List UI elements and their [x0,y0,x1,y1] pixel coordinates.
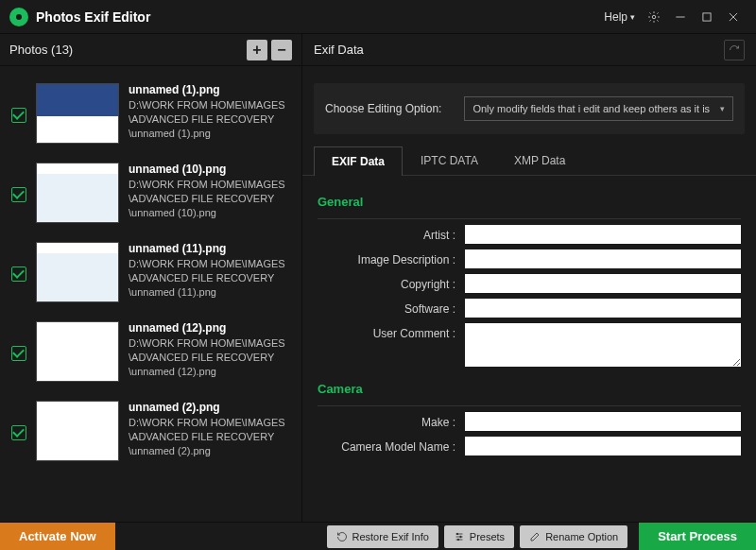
photo-thumbnail[interactable] [36,163,119,223]
plus-icon: + [252,42,261,59]
list-item[interactable]: unnamed (1).pngD:\WORK FROM HOME\IMAGES\… [8,77,294,157]
svg-point-0 [652,15,656,19]
field-label: Camera Model Name : [318,437,465,454]
close-button[interactable] [720,4,747,30]
form-row: Image Description : [318,249,741,268]
camera-field-0[interactable] [465,412,741,431]
field-label: Artist : [318,225,465,242]
photo-info: unnamed (2).pngD:\WORK FROM HOME\IMAGES\… [129,401,290,458]
field-label: Make : [318,412,465,429]
exif-header: Exif Data [302,34,756,66]
rename-option-label: Rename Option [545,531,618,542]
refresh-button[interactable] [724,40,745,60]
tab-iptc-data[interactable]: IPTC DATA [403,146,496,175]
minimize-button[interactable] [667,4,694,30]
photo-path: D:\WORK FROM HOME\IMAGES\ADVANCED FILE R… [129,336,290,379]
close-icon [727,10,740,24]
photo-checkbox[interactable] [11,346,26,361]
add-photo-button[interactable]: + [247,40,267,60]
exif-form: General Artist :Image Description :Copyr… [302,176,756,522]
photo-filename: unnamed (2).png [129,401,290,414]
general-field-3[interactable] [465,299,741,318]
field-label: Software : [318,299,465,316]
help-label: Help [604,10,627,24]
chevron-down-icon: ▾ [720,104,725,113]
data-tabs: EXIF DataIPTC DATAXMP Data [302,146,756,176]
list-item[interactable]: unnamed (12).pngD:\WORK FROM HOME\IMAGES… [8,316,294,395]
activate-button[interactable]: Activate Now [0,523,115,551]
photo-info: unnamed (11).pngD:\WORK FROM HOME\IMAGES… [129,242,290,300]
exif-header-label: Exif Data [314,43,364,57]
photo-thumbnail[interactable] [36,242,119,302]
photo-filename: unnamed (11).png [129,242,290,255]
gear-icon [647,10,661,24]
tab-xmp-data[interactable]: XMP Data [496,146,583,175]
photo-path: D:\WORK FROM HOME\IMAGES\ADVANCED FILE R… [129,178,290,220]
field-label: User Comment : [318,323,465,340]
minus-icon: − [277,42,285,59]
photo-checkbox[interactable] [11,266,26,282]
svg-point-8 [456,533,458,535]
presets-label: Presets [470,531,505,542]
section-camera-title: Camera [318,382,741,396]
form-row: Software : [318,299,741,318]
restore-icon [336,531,348,542]
photo-filename: unnamed (1).png [129,83,290,96]
photo-path: D:\WORK FROM HOME\IMAGES\ADVANCED FILE R… [129,416,290,458]
settings-button[interactable] [641,4,667,30]
section-general-title: General [318,195,741,209]
photo-thumbnail[interactable] [36,401,119,461]
form-row: Make : [318,412,741,431]
editing-option-row: Choose Editing Option: Only modify field… [314,83,745,134]
list-item[interactable]: unnamed (11).pngD:\WORK FROM HOME\IMAGES… [8,236,294,316]
rename-option-button[interactable]: Rename Option [520,525,627,548]
app-logo-icon [9,8,28,26]
app-title: Photos Exif Editor [36,9,150,25]
title-bar: Photos Exif Editor Help▾ [0,0,756,34]
svg-point-9 [460,536,462,538]
maximize-icon [700,10,713,24]
footer-bar: Activate Now Restore Exif Info Presets R… [0,522,756,550]
maximize-button[interactable] [694,4,720,30]
photo-filename: unnamed (12).png [129,321,290,335]
presets-button[interactable]: Presets [444,525,514,548]
svg-point-10 [457,539,459,541]
svg-rect-2 [703,12,711,20]
general-field-2[interactable] [465,274,741,293]
photo-checkbox[interactable] [11,425,26,440]
photo-list[interactable]: unnamed (1).pngD:\WORK FROM HOME\IMAGES\… [0,66,301,522]
tab-exif-data[interactable]: EXIF Data [314,146,403,176]
form-row: Camera Model Name : [318,437,741,455]
general-field-0[interactable] [465,225,741,244]
field-label: Copyright : [318,274,465,291]
general-field-1[interactable] [465,249,741,268]
chevron-down-icon: ▾ [630,12,635,22]
form-row: User Comment : [318,323,741,367]
refresh-icon [729,44,740,56]
photos-header: Photos (13) + − [0,34,301,66]
form-row: Artist : [318,225,741,244]
photo-filename: unnamed (10).png [129,163,290,176]
general-field-4[interactable] [465,323,741,367]
photo-info: unnamed (10).pngD:\WORK FROM HOME\IMAGES… [129,163,290,220]
editing-option-dropdown[interactable]: Only modify fields that i edit and keep … [464,96,733,121]
form-row: Copyright : [318,274,741,293]
rename-icon [529,531,541,542]
photo-path: D:\WORK FROM HOME\IMAGES\ADVANCED FILE R… [129,98,290,141]
remove-photo-button[interactable]: − [271,40,292,60]
photo-thumbnail[interactable] [36,83,119,144]
minimize-icon [674,10,687,24]
camera-field-1[interactable] [465,437,741,455]
help-menu[interactable]: Help▾ [604,10,635,24]
editing-option-value: Only modify fields that i edit and keep … [472,103,710,114]
photos-count-label: Photos (13) [9,43,73,57]
list-item[interactable]: unnamed (2).pngD:\WORK FROM HOME\IMAGES\… [8,395,294,474]
photo-thumbnail[interactable] [36,321,119,382]
restore-exif-label: Restore Exif Info [352,531,429,542]
photo-checkbox[interactable] [11,187,26,202]
photo-checkbox[interactable] [11,108,26,123]
presets-icon [454,531,465,542]
restore-exif-button[interactable]: Restore Exif Info [327,525,438,548]
start-process-button[interactable]: Start Process [639,523,756,551]
list-item[interactable]: unnamed (10).pngD:\WORK FROM HOME\IMAGES… [8,157,294,236]
